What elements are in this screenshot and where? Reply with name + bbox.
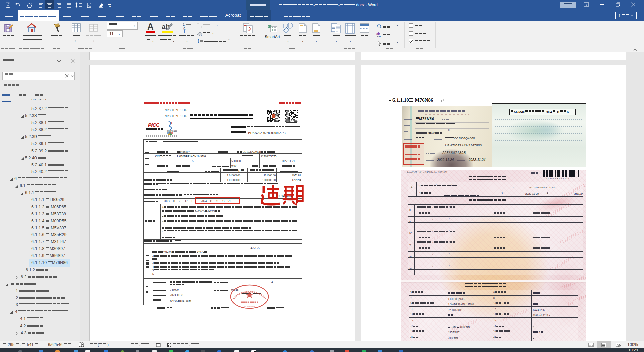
svg-text:i: i <box>184 30 185 33</box>
svg-text:6201028867188: 6201028867188 <box>244 306 255 308</box>
svg-text:BEIJING 2022: BEIJING 2022 <box>167 130 177 132</box>
svg-text:ac: ac <box>378 35 382 38</box>
